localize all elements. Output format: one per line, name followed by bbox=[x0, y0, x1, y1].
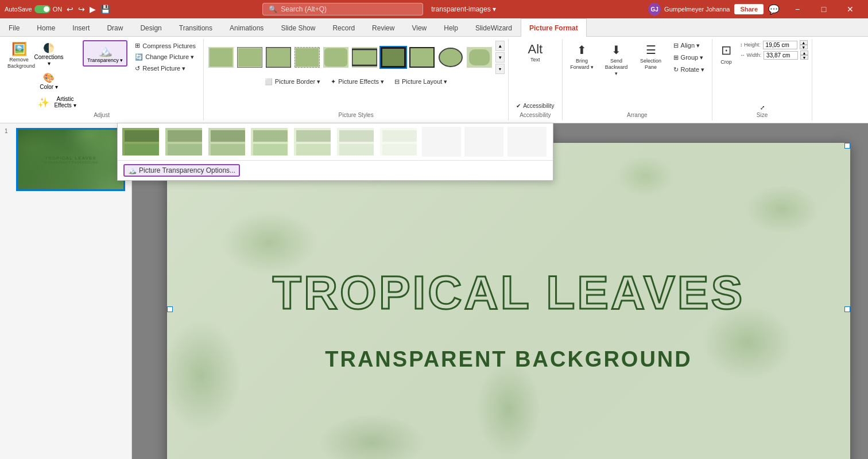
handle-r[interactable] bbox=[844, 306, 850, 312]
remove-background-button[interactable]: 🖼️ Remove Background bbox=[3, 40, 34, 72]
align-button[interactable]: ⊟ Align ▾ bbox=[669, 40, 708, 51]
transparency-30[interactable] bbox=[207, 127, 246, 157]
bring-forward-label: Bring Forward ▾ bbox=[570, 58, 594, 71]
style-10[interactable] bbox=[466, 46, 493, 69]
style-6[interactable] bbox=[351, 46, 378, 69]
present-icon[interactable]: ▶ bbox=[90, 5, 96, 14]
close-button[interactable]: ✕ bbox=[837, 0, 863, 18]
svg-rect-29 bbox=[168, 130, 202, 142]
comment-icon[interactable]: 💬 bbox=[768, 4, 780, 15]
maximize-button[interactable]: □ bbox=[811, 0, 837, 18]
picture-layout-icon: ⊟ bbox=[394, 78, 400, 85]
width-down[interactable]: ▼ bbox=[800, 55, 808, 60]
tab-view[interactable]: View bbox=[403, 18, 435, 37]
gallery-scroll-up[interactable]: ▲ bbox=[495, 41, 505, 51]
tab-animations[interactable]: Animations bbox=[221, 18, 272, 37]
transparency-empty-2 bbox=[464, 127, 503, 157]
tab-home[interactable]: Home bbox=[28, 18, 64, 37]
autosave-toggle[interactable]: AutoSave ON bbox=[5, 5, 62, 13]
share-button[interactable]: Share bbox=[734, 4, 764, 14]
tab-slidewizard[interactable]: SlideWizard bbox=[467, 18, 521, 37]
style-2[interactable] bbox=[236, 46, 264, 69]
tab-draw[interactable]: Draw bbox=[98, 18, 131, 37]
group-button[interactable]: ⊞ Group ▾ bbox=[669, 52, 708, 63]
bring-forward-button[interactable]: ⬆ Bring Forward ▾ bbox=[566, 40, 598, 73]
tab-picture-format[interactable]: Picture Format bbox=[521, 18, 587, 37]
arrange-group-label: Arrange bbox=[566, 111, 708, 119]
crop-button[interactable]: ⊡ Crop bbox=[716, 40, 737, 68]
height-row: ↕ Height: ▲ ▼ bbox=[740, 40, 808, 49]
style-5[interactable] bbox=[322, 46, 350, 69]
size-group-label: Size bbox=[716, 111, 808, 119]
rotate-icon: ↻ bbox=[673, 66, 679, 73]
width-row: ↔ Width: ▲ ▼ bbox=[740, 50, 808, 60]
title-bar-left: AutoSave ON ↩ ↪ ▶ 💾 bbox=[5, 5, 110, 14]
svg-rect-12 bbox=[324, 48, 347, 67]
artistic-effects-button[interactable]: ✨ Artistic Effects ▾ bbox=[36, 94, 82, 111]
redo-icon[interactable]: ↪ bbox=[78, 5, 85, 14]
search-bar[interactable]: 🔍 bbox=[262, 3, 423, 15]
style-7[interactable] bbox=[379, 46, 407, 69]
height-down[interactable]: ▼ bbox=[800, 45, 808, 49]
size-expand-icon[interactable]: ⤢ bbox=[760, 104, 765, 111]
style-4[interactable] bbox=[293, 46, 321, 69]
handle-l[interactable] bbox=[167, 306, 173, 312]
transparency-90[interactable] bbox=[379, 127, 418, 157]
style-3[interactable] bbox=[265, 46, 292, 69]
width-up[interactable]: ▲ bbox=[800, 50, 808, 55]
picture-layout-button[interactable]: ⊟ Picture Layout ▾ bbox=[390, 76, 451, 87]
transparency-0[interactable] bbox=[121, 127, 160, 157]
reset-picture-button[interactable]: ↺ Reset Picture ▾ bbox=[131, 63, 200, 74]
svg-rect-26 bbox=[125, 130, 159, 142]
gallery-expand[interactable]: ▾ bbox=[495, 64, 505, 74]
transparency-15[interactable] bbox=[164, 127, 203, 157]
svg-rect-17 bbox=[382, 49, 404, 66]
tab-slideshow[interactable]: Slide Show bbox=[272, 18, 324, 37]
rotate-button[interactable]: ↻ Rotate ▾ bbox=[669, 64, 708, 75]
picture-border-button[interactable]: ⬜ Picture Border ▾ bbox=[261, 76, 324, 87]
height-up[interactable]: ▲ bbox=[800, 40, 808, 45]
minimize-button[interactable]: − bbox=[784, 0, 811, 18]
transparency-empty-1 bbox=[422, 127, 461, 157]
slide-1-thumbnail[interactable]: 1 TROPICAL LEAVES TRANSPARENT BACKGROUND bbox=[5, 128, 127, 191]
undo-icon[interactable]: ↩ bbox=[67, 5, 73, 14]
tab-help[interactable]: Help bbox=[435, 18, 467, 37]
transparency-60[interactable] bbox=[293, 127, 332, 157]
user-avatar: GJ bbox=[648, 3, 661, 15]
transparency-75[interactable] bbox=[336, 127, 375, 157]
style-9[interactable] bbox=[437, 46, 464, 69]
send-backward-button[interactable]: ⬇ Send Backward ▾ bbox=[600, 40, 633, 79]
tab-transitions[interactable]: Transitions bbox=[170, 18, 221, 37]
save-icon[interactable]: 💾 bbox=[100, 5, 110, 14]
change-picture-icon: 🔄 bbox=[135, 53, 143, 61]
color-button[interactable]: 🎨 Color ▾ bbox=[36, 70, 62, 92]
compress-pictures-button[interactable]: ⊞ Compress Pictures bbox=[131, 40, 200, 51]
picture-styles-group: ▲ ▼ ▾ ⬜ Picture Border ▾ ✦ Picture Effec… bbox=[204, 39, 509, 120]
gallery-scroll-down[interactable]: ▼ bbox=[495, 52, 505, 63]
picture-effects-button[interactable]: ✦ Picture Effects ▾ bbox=[327, 76, 388, 87]
accessibility-checker[interactable]: ✔ Accessibility bbox=[512, 101, 558, 111]
tab-review[interactable]: Review bbox=[363, 18, 403, 37]
transparency-button[interactable]: 🏔️ Transparency ▾ bbox=[83, 40, 127, 67]
style-1[interactable] bbox=[207, 46, 235, 69]
search-input[interactable] bbox=[281, 5, 407, 13]
tab-record[interactable]: Record bbox=[324, 18, 363, 37]
transparency-45[interactable] bbox=[250, 127, 289, 157]
tab-file[interactable]: File bbox=[0, 18, 28, 37]
alt-text-button[interactable]: Alt Text bbox=[524, 40, 547, 65]
width-input[interactable] bbox=[764, 51, 798, 60]
svg-rect-39 bbox=[296, 144, 331, 155]
selection-pane-button[interactable]: ☰ Selection Pane bbox=[635, 40, 667, 73]
tab-design[interactable]: Design bbox=[131, 18, 170, 37]
height-input[interactable] bbox=[763, 41, 797, 49]
svg-rect-1 bbox=[210, 48, 232, 67]
autosave-switch[interactable] bbox=[34, 5, 51, 13]
remove-bg-icon: 🖼️ bbox=[11, 43, 27, 56]
style-8[interactable] bbox=[408, 46, 436, 69]
tab-insert[interactable]: Insert bbox=[64, 18, 98, 37]
corrections-button[interactable]: 🌓 Corrections ▾ bbox=[36, 40, 62, 69]
handle-tr[interactable] bbox=[844, 143, 850, 149]
svg-rect-45 bbox=[382, 144, 417, 155]
picture-transparency-options-button[interactable]: 🏔️ Picture Transparency Options... bbox=[118, 160, 553, 180]
change-picture-button[interactable]: 🔄 Change Picture ▾ bbox=[131, 52, 200, 63]
